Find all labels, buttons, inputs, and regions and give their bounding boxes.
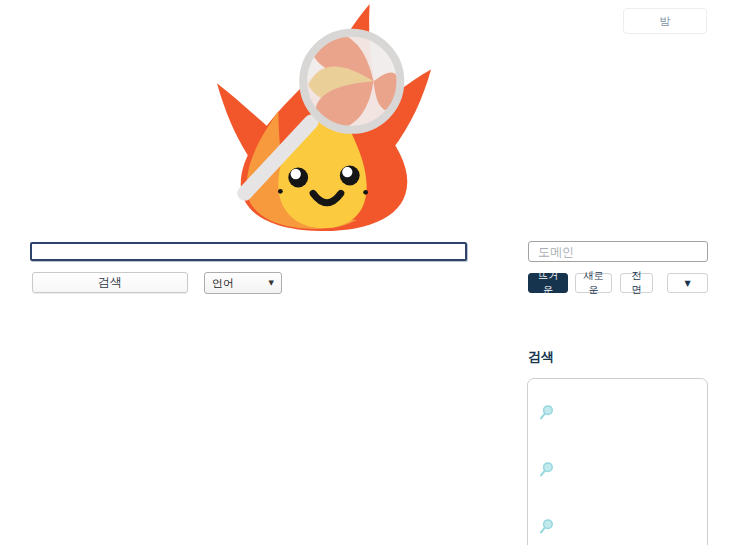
search-list-item[interactable]: [528, 498, 707, 545]
domain-input[interactable]: [528, 241, 708, 262]
filter-hot-button[interactable]: 뜨거운: [528, 273, 568, 293]
trending-searches-box: [527, 378, 708, 545]
magnifier-lens: [299, 29, 404, 134]
searches-section-title: 검색: [528, 348, 554, 366]
filter-new-button[interactable]: 새로운: [575, 273, 612, 293]
search-home-page: 밤: [0, 0, 743, 545]
chevron-down-icon: ▼: [269, 279, 274, 287]
flame-mascot-logo: [214, 2, 434, 232]
search-list-item[interactable]: [528, 441, 707, 498]
magnifier-icon: [539, 518, 554, 536]
night-mode-button[interactable]: 밤: [623, 8, 707, 34]
language-select-label: 언어: [212, 276, 234, 291]
search-list-item[interactable]: [528, 384, 707, 441]
search-button[interactable]: 검색: [32, 272, 188, 293]
filter-more-dropdown-button[interactable]: ▼: [667, 273, 708, 293]
magnifier-icon: [539, 461, 554, 479]
magnifier-icon: [539, 404, 554, 422]
filter-top-button[interactable]: 전면: [620, 273, 653, 293]
language-select[interactable]: 언어 ▼: [204, 272, 282, 294]
flame-mascot-svg: [214, 2, 434, 232]
search-input[interactable]: [30, 242, 467, 261]
